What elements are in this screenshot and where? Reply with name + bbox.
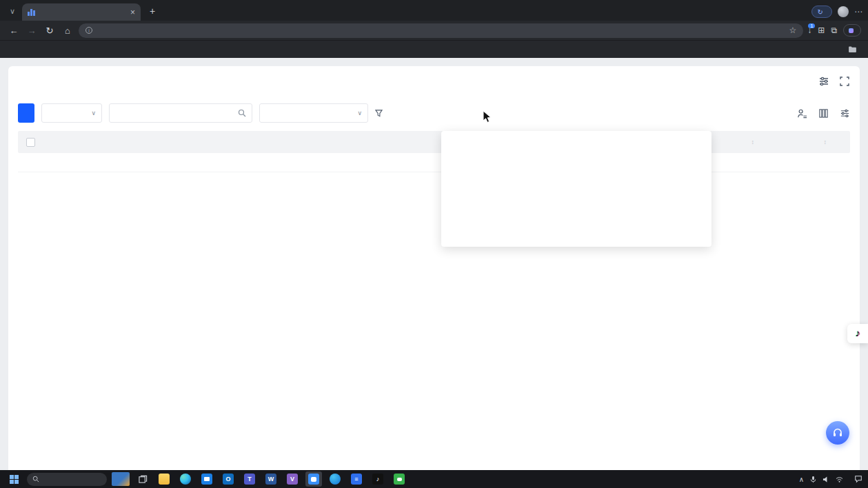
table-settings-icon[interactable]	[840, 108, 850, 119]
table-summary-row	[18, 153, 850, 172]
edge-browser-icon[interactable]	[177, 471, 194, 487]
ai-icon	[849, 28, 854, 33]
select-all-checkbox[interactable]	[26, 138, 35, 147]
refresh-icon[interactable]: ↻	[43, 23, 57, 37]
start-button[interactable]	[6, 471, 22, 487]
col-user-paid[interactable]: ↕	[764, 139, 836, 145]
search-icon[interactable]	[238, 109, 246, 117]
docs-app-icon[interactable]: ≡	[348, 471, 365, 487]
teams-icon[interactable]: T	[241, 471, 258, 487]
table-header: ↕ ↕ ↕ ↕ ↕ ↕ ↕	[18, 131, 850, 153]
filter-funnel-icon	[375, 110, 383, 117]
roi-trend-tooltip	[441, 131, 711, 247]
volume-icon[interactable]	[822, 476, 830, 483]
action-center-icon[interactable]	[854, 475, 862, 483]
browser-more-icon[interactable]: ⋯	[854, 7, 862, 17]
chevron-down-icon: ∨	[357, 110, 362, 116]
wechat-icon[interactable]	[391, 471, 407, 487]
folder-icon	[849, 46, 856, 52]
address-bar[interactable]: i ☆	[79, 23, 803, 38]
split-screen-icon[interactable]: ⧉	[831, 26, 837, 35]
sort-icon[interactable]: ↕	[824, 139, 827, 145]
word-icon[interactable]: W	[263, 471, 279, 487]
file-explorer-icon[interactable]	[156, 471, 172, 487]
task-view-icon[interactable]	[134, 471, 151, 487]
network-icon[interactable]	[836, 476, 843, 483]
browser-tab[interactable]: ×	[22, 3, 141, 21]
more-filters-button[interactable]	[375, 110, 385, 117]
qianchuan-workbench-icon[interactable]	[305, 471, 322, 487]
back-icon[interactable]: ←	[7, 23, 21, 37]
assistant-widget[interactable]: ♪	[847, 324, 868, 343]
main-panel: ∨ ∨	[8, 66, 860, 470]
tray-expand-icon[interactable]: ∧	[799, 476, 804, 483]
edge-round-app-icon[interactable]	[327, 471, 343, 487]
roi-trend-chart	[447, 136, 706, 241]
chevron-down-icon: ∨	[91, 110, 96, 116]
outlook-icon[interactable]: O	[220, 471, 236, 487]
search-icon	[32, 476, 39, 482]
sort-icon[interactable]: ↕	[751, 139, 755, 145]
promote-product-button[interactable]	[18, 103, 34, 123]
widgets-weather-tile[interactable]	[112, 472, 130, 486]
forward-icon[interactable]: →	[25, 23, 39, 37]
downloads-icon[interactable]: ↓1	[807, 26, 811, 35]
page-nav-tabs	[18, 74, 850, 88]
new-version-pill[interactable]: ↻	[811, 6, 832, 18]
adjust-settings-icon[interactable]	[818, 76, 829, 87]
browser-profile-avatar[interactable]	[838, 6, 849, 17]
plan-search-box[interactable]	[109, 103, 252, 123]
mic-icon[interactable]	[809, 476, 817, 483]
plan-search-input[interactable]	[115, 109, 234, 117]
extensions-icon[interactable]: ⊞	[818, 26, 825, 35]
douyin-logo-icon: ♪	[847, 327, 868, 338]
bookmarks-bar	[0, 40, 868, 58]
ai-summary-button[interactable]	[843, 24, 861, 37]
site-favicon	[28, 8, 35, 16]
site-info-icon[interactable]: i	[85, 27, 92, 34]
custom-columns-icon[interactable]	[818, 108, 829, 119]
headset-icon	[831, 427, 844, 439]
custom-metrics-icon[interactable]	[797, 108, 807, 119]
screen: ∨ × + ↻ ⋯ ← → ↻ ⌂ i ☆ ↓1 ⊞ ⧉	[0, 0, 868, 488]
update-icon: ↻	[818, 8, 823, 16]
visual-studio-icon[interactable]: V	[284, 471, 301, 487]
table-toolbar: ∨ ∨	[18, 103, 850, 123]
plan-type-select[interactable]: ∨	[41, 103, 102, 123]
col-overall-cut[interactable]: ↕	[836, 139, 860, 145]
tab-close-icon[interactable]: ×	[130, 8, 135, 17]
windows-taskbar: O T W V ≡ ♪ ∧	[0, 470, 868, 488]
taskbar-search[interactable]	[27, 473, 107, 486]
browser-address-row: ← → ↻ ⌂ i ☆ ↓1 ⊞ ⧉	[0, 21, 868, 40]
tiktok-icon[interactable]: ♪	[370, 471, 386, 487]
bookmark-star-icon[interactable]: ☆	[789, 26, 797, 35]
plan-status-select[interactable]: ∨	[259, 103, 368, 123]
fullscreen-icon[interactable]	[839, 76, 850, 87]
page-content: ∨ ∨	[0, 58, 868, 470]
new-tab-button[interactable]: +	[145, 3, 160, 19]
other-bookmarks[interactable]	[849, 46, 860, 52]
tab-actions-icon[interactable]: ∨	[6, 4, 19, 18]
plans-table: ↕ ↕ ↕ ↕ ↕ ↕ ↕	[18, 131, 850, 172]
store-icon[interactable]	[199, 471, 215, 487]
browser-tab-strip: ∨ × + ↻ ⋯	[0, 0, 868, 21]
help-button[interactable]	[826, 421, 849, 445]
home-icon[interactable]: ⌂	[61, 23, 74, 37]
